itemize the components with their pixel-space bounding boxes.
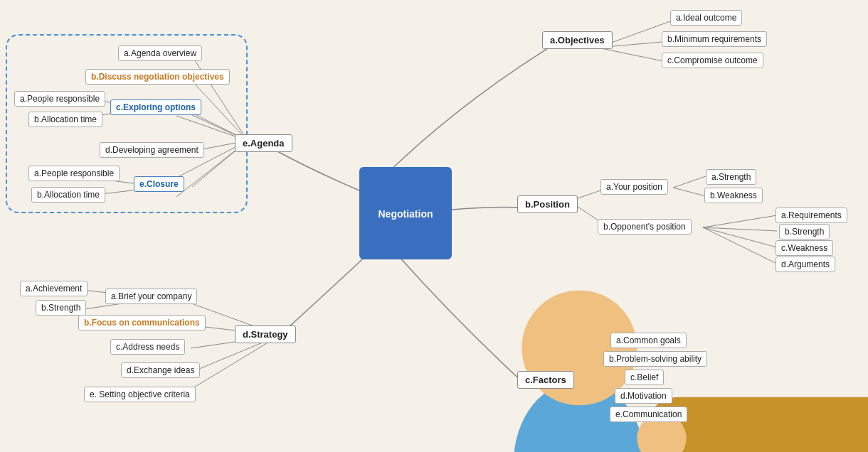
node-your-position: a.Your position — [600, 179, 668, 195]
strategy-branch: d.Strategy — [235, 325, 296, 343]
svg-line-21 — [703, 227, 777, 231]
node-opponent: b.Opponent's position — [598, 219, 692, 235]
svg-line-20 — [703, 215, 777, 227]
node-alloc-time2: b.Allocation time — [31, 187, 105, 203]
agenda-branch: e.Agenda — [235, 134, 292, 152]
node-weakness1: b.Weakness — [704, 188, 763, 203]
node-achievement: a.Achievement — [20, 281, 88, 296]
node-agenda-overview: a.Agenda overview — [118, 45, 202, 61]
node-address-needs: c.Address needs — [110, 339, 185, 355]
svg-rect-36 — [645, 397, 868, 452]
node-weakness2: c.Weakness — [776, 240, 833, 256]
svg-line-19 — [673, 188, 706, 196]
node-developing: d.Developing agreement — [100, 142, 204, 158]
node-brief-company: a.Brief your company — [105, 289, 197, 304]
node-compromise: c.Compromise outcome — [662, 53, 763, 68]
svg-line-15 — [598, 48, 670, 63]
node-focus-comm: b.Focus on communications — [78, 315, 206, 330]
node-communication: e.Communication — [610, 407, 687, 422]
svg-line-22 — [703, 227, 777, 247]
node-problem-solving: b.Problem-solving ability — [603, 351, 707, 367]
center-node: Negotiation — [359, 167, 452, 259]
node-ideal-outcome: a.Ideal outcome — [670, 10, 742, 26]
node-common-goals: a.Common goals — [610, 333, 687, 348]
node-exploring: c.Exploring options — [110, 99, 201, 115]
node-people-resp2: a.People responsible — [28, 166, 120, 181]
node-strength1: a.Strength — [706, 169, 756, 185]
center-label: Negotiation — [379, 208, 433, 220]
objectives-branch: a.Objectives — [542, 31, 613, 49]
node-min-req: b.Minimum requirements — [662, 31, 767, 47]
svg-line-23 — [703, 227, 777, 264]
svg-line-18 — [673, 176, 706, 188]
node-motivation: d.Motivation — [615, 388, 672, 404]
node-alloc-time1: b.Allocation time — [28, 112, 102, 127]
node-setting-obj: e. Setting objective criteria — [84, 387, 196, 402]
node-strength2: b.Strength — [779, 224, 830, 240]
node-strength3: b.Strength — [36, 300, 86, 316]
factors-branch: c.Factors — [517, 371, 574, 389]
svg-line-35 — [569, 382, 612, 417]
node-discuss-objectives: b.Discuss negotiation objectives — [85, 69, 230, 85]
node-exchange-ideas: d.Exchange ideas — [121, 362, 200, 378]
node-belief: c.Belief — [625, 370, 664, 385]
svg-line-33 — [569, 379, 612, 382]
node-people-resp1: a.People responsible — [14, 91, 105, 107]
node-closure: e.Closure — [134, 176, 184, 192]
node-requirements: a.Requirements — [776, 208, 847, 223]
position-branch: b.Position — [517, 195, 578, 213]
svg-line-34 — [569, 382, 612, 398]
node-arguments: d.Arguments — [776, 257, 835, 272]
